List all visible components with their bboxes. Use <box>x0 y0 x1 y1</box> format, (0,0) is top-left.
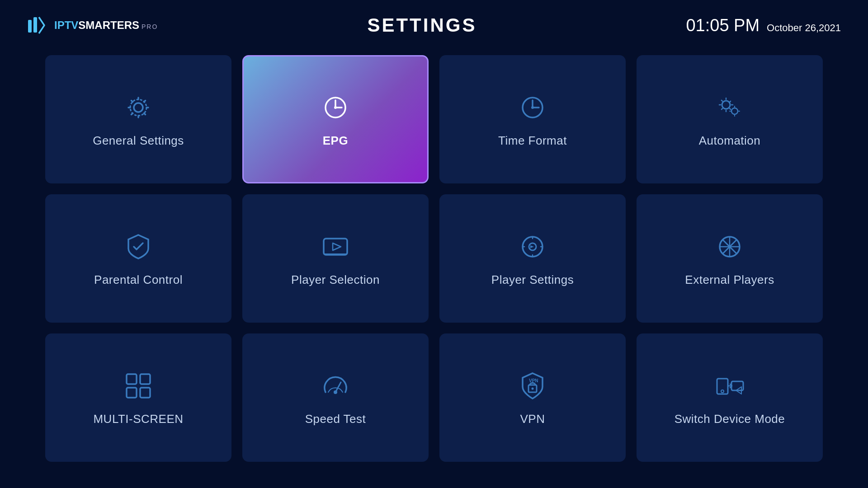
vpn-label: VPN <box>520 412 545 426</box>
gear-icon <box>122 91 155 126</box>
svg-point-36 <box>721 390 724 393</box>
svg-rect-1 <box>33 17 37 33</box>
svg-rect-26 <box>140 374 150 384</box>
page-title: SETTINGS <box>367 14 476 36</box>
svg-rect-28 <box>140 388 150 398</box>
svg-point-11 <box>531 106 534 109</box>
epg-label: EPG <box>323 134 348 148</box>
logo-text: IPTVSMARTERSPRO <box>54 19 158 32</box>
parental-control-label: Parental Control <box>94 273 183 287</box>
switch-device-label: Switch Device Mode <box>675 412 785 426</box>
svg-point-7 <box>334 106 337 109</box>
svg-rect-25 <box>127 374 137 384</box>
svg-rect-0 <box>28 20 32 33</box>
header: IPTVSMARTERSPRO SETTINGS 01:05 PM Octobe… <box>0 0 868 46</box>
multi-screen-label: MULTI-SCREEN <box>93 412 183 426</box>
svg-marker-19 <box>530 245 534 248</box>
svg-rect-14 <box>324 239 347 255</box>
grid-item-general-settings[interactable]: General Settings <box>45 55 231 183</box>
clock-display: 01:05 PM <box>686 16 760 35</box>
grid-item-time-format[interactable]: Time Format <box>439 55 626 183</box>
logo: IPTVSMARTERSPRO <box>27 14 158 37</box>
gears-icon <box>713 91 746 126</box>
automation-label: Automation <box>699 134 761 148</box>
svg-text:VPN: VPN <box>529 378 538 383</box>
svg-rect-27 <box>127 388 137 398</box>
playerset-icon <box>516 230 549 265</box>
shield-icon <box>122 230 155 265</box>
general-settings-label: General Settings <box>93 134 184 148</box>
grid-item-multi-screen[interactable]: MULTI-SCREEN <box>45 333 231 462</box>
grid-item-speed-test[interactable]: Speed Test <box>242 333 429 462</box>
logo-icon <box>27 14 51 37</box>
settings-grid: General Settings EPG Time Format <box>0 46 868 475</box>
grid-item-external-players[interactable]: External Players <box>637 194 823 323</box>
externalplayer-icon <box>713 230 746 265</box>
grid-item-automation[interactable]: Automation <box>637 55 823 183</box>
svg-point-32 <box>532 387 534 389</box>
svg-marker-15 <box>333 243 341 250</box>
svg-point-13 <box>731 108 738 114</box>
player-selection-label: Player Selection <box>291 273 380 287</box>
grid-item-player-selection[interactable]: Player Selection <box>242 194 429 323</box>
grid-item-parental-control[interactable]: Parental Control <box>45 194 231 323</box>
grid-item-vpn[interactable]: VPN VPN <box>439 333 626 462</box>
svg-point-12 <box>722 101 730 109</box>
svg-rect-34 <box>717 379 728 394</box>
grid-item-switch-device[interactable]: Switch Device Mode <box>637 333 823 462</box>
grid-item-player-settings[interactable]: Player Settings <box>439 194 626 323</box>
playersel-icon <box>319 230 352 265</box>
clock-icon <box>319 91 352 126</box>
speedtest-icon <box>319 370 352 404</box>
switchdevice-icon <box>713 370 746 404</box>
header-time: 01:05 PM October 26,2021 <box>686 16 841 35</box>
speed-test-label: Speed Test <box>305 412 366 426</box>
grid-item-epg[interactable]: EPG <box>242 55 429 183</box>
time-format-label: Time Format <box>498 134 567 148</box>
multiscreen-icon <box>122 370 155 404</box>
player-settings-label: Player Settings <box>491 273 574 287</box>
svg-point-30 <box>334 390 337 394</box>
external-players-label: External Players <box>685 273 774 287</box>
date-display: October 26,2021 <box>767 22 841 34</box>
clock2-icon <box>516 91 549 126</box>
vpn-icon: VPN <box>516 370 549 404</box>
svg-point-2 <box>134 103 143 112</box>
